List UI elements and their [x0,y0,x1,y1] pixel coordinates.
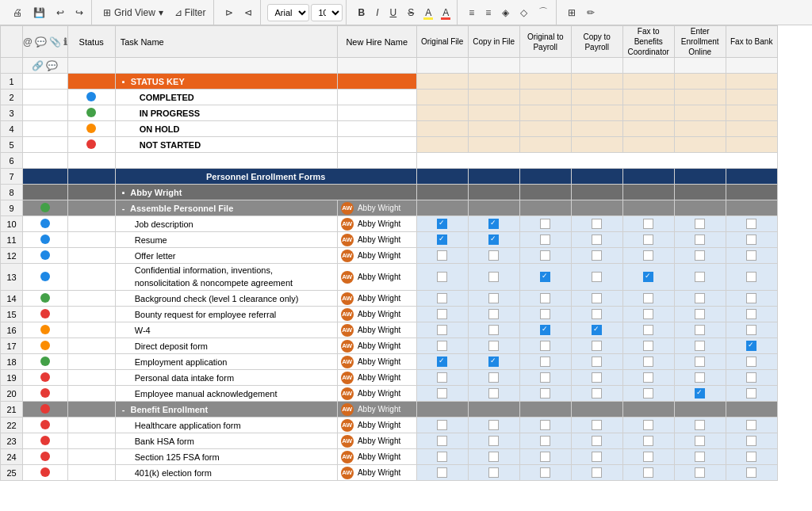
copy-payroll-cell[interactable] [571,322,622,338]
text-color-button[interactable]: A [438,3,454,22]
formula-button[interactable]: ◇ [515,3,532,22]
enter-enrollment-cell[interactable] [674,418,726,433]
fax-benefits-cell[interactable] [622,338,674,354]
checkbox[interactable] [592,436,602,446]
enter-enrollment-cell[interactable] [674,465,726,481]
list-button[interactable]: ◈ [497,3,514,22]
checkbox[interactable] [746,372,756,383]
orig-payroll-cell[interactable] [519,291,571,307]
orig-payroll-cell[interactable] [519,307,571,322]
orig-payroll-cell[interactable] [519,264,571,291]
checkbox[interactable] [746,388,756,399]
orig-payroll-cell[interactable] [519,354,571,370]
checkbox[interactable] [643,272,653,282]
checkbox[interactable] [540,219,550,229]
checkbox[interactable] [488,420,499,430]
checkbox[interactable] [488,436,499,446]
checkbox[interactable] [540,250,550,261]
pen-button[interactable]: ✏ [582,3,599,22]
fax-bank-cell[interactable] [726,418,777,433]
checkbox[interactable] [488,357,499,367]
checkbox[interactable] [746,341,756,351]
checkbox[interactable] [592,219,602,229]
checkbox[interactable] [643,341,653,351]
copy-payroll-cell[interactable] [571,307,622,322]
checkbox[interactable] [437,250,447,261]
copy-payroll-cell[interactable] [571,449,622,465]
print-button[interactable]: 🖨 [8,3,27,22]
checkbox[interactable] [695,357,705,367]
orig-file-cell[interactable] [416,338,468,354]
copy-payroll-cell[interactable] [571,264,622,291]
checkbox[interactable] [488,272,499,282]
link-icon[interactable]: 🔗 [32,60,44,71]
fax-bank-cell[interactable] [726,216,777,232]
orig-payroll-cell[interactable] [519,433,571,449]
copy-payroll-cell[interactable] [571,248,622,264]
checkbox[interactable] [746,235,756,245]
font-select[interactable]: Arial [267,4,309,21]
checkbox[interactable] [592,309,602,319]
enter-enrollment-cell[interactable] [674,264,726,291]
orig-file-cell[interactable] [416,264,468,291]
enter-enrollment-cell[interactable] [674,354,726,370]
copy-file-cell[interactable] [468,354,519,370]
checkbox[interactable] [540,388,550,399]
fax-bank-cell[interactable] [726,449,777,465]
copy-payroll-cell[interactable] [571,418,622,433]
checkbox[interactable] [540,452,550,462]
orig-payroll-cell[interactable] [519,449,571,465]
orig-file-cell[interactable] [416,354,468,370]
checkbox[interactable] [746,357,756,367]
orig-file-cell[interactable] [416,386,468,402]
checkbox[interactable] [643,250,653,261]
orig-payroll-cell[interactable] [519,418,571,433]
copy-payroll-cell[interactable] [571,354,622,370]
checkbox[interactable] [592,372,602,383]
orig-file-cell[interactable] [416,433,468,449]
fax-benefits-cell[interactable] [622,322,674,338]
checkbox[interactable] [437,452,447,462]
checkbox[interactable] [488,341,499,351]
fax-benefits-cell[interactable] [622,216,674,232]
fax-benefits-cell[interactable] [622,354,674,370]
checkbox[interactable] [488,235,499,245]
checkbox[interactable] [592,235,602,245]
orig-file-cell[interactable] [416,370,468,386]
checkbox[interactable] [643,452,653,462]
checkbox[interactable] [540,420,550,430]
copy-file-cell[interactable] [468,264,519,291]
orig-file-cell[interactable] [416,449,468,465]
checkbox[interactable] [746,452,756,462]
copy-file-cell[interactable] [468,232,519,248]
checkbox[interactable] [488,293,499,303]
enter-enrollment-cell[interactable] [674,307,726,322]
fax-benefits-cell[interactable] [622,232,674,248]
outdent-button[interactable]: ⊳ [220,3,238,22]
checkbox[interactable] [592,452,602,462]
copy-file-cell[interactable] [468,370,519,386]
fax-bank-cell[interactable] [726,465,777,481]
copy-file-cell[interactable] [468,338,519,354]
fax-bank-cell[interactable] [726,338,777,354]
copy-file-cell[interactable] [468,465,519,481]
checkbox[interactable] [437,309,447,319]
copy-file-cell[interactable] [468,322,519,338]
checkbox[interactable] [488,219,499,229]
fax-benefits-cell[interactable] [622,465,674,481]
checkbox[interactable] [746,420,756,430]
fax-benefits-cell[interactable] [622,386,674,402]
copy-payroll-cell[interactable] [571,370,622,386]
checkbox[interactable] [643,467,653,478]
orig-payroll-cell[interactable] [519,465,571,481]
copy-payroll-cell[interactable] [571,291,622,307]
checkbox[interactable] [592,250,602,261]
checkbox[interactable] [540,325,550,335]
checkbox[interactable] [488,452,499,462]
fax-bank-cell[interactable] [726,433,777,449]
checkbox[interactable] [488,388,499,399]
checkbox[interactable] [540,235,550,245]
fax-benefits-cell[interactable] [622,291,674,307]
redo-button[interactable]: ↪ [71,3,88,22]
checkbox[interactable] [695,372,705,383]
